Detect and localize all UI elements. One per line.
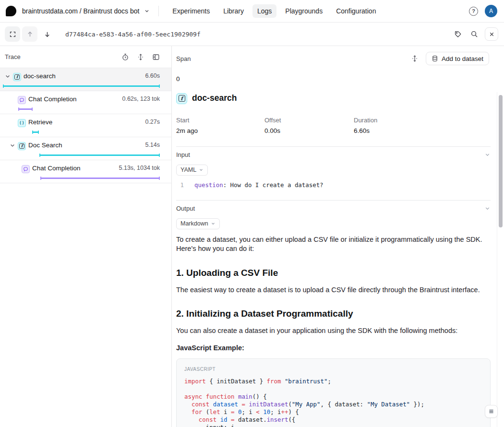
meta-label: Duration	[354, 117, 491, 124]
code-line: async function main() {	[184, 393, 482, 401]
avatar[interactable]: A	[485, 5, 497, 17]
code-line: const id = dataset.insert({	[184, 416, 482, 424]
meta-value: 0.00s	[264, 127, 354, 134]
meta-label: Start	[176, 117, 264, 124]
code-line: for (let i = 0; i < 10; i++) {	[184, 408, 482, 416]
previous-span-button[interactable]	[22, 26, 37, 42]
output-section-header[interactable]: Output	[176, 201, 491, 215]
trace-panel-title: Trace	[5, 53, 21, 60]
markdown-heading: 2. Initializing a Dataset Programmatical…	[176, 308, 491, 320]
chevron-down-icon[interactable]	[144, 8, 150, 14]
markdown-heading: 1. Uploading a CSV File	[176, 267, 491, 279]
drag-handle-icon[interactable]	[411, 55, 419, 62]
timeline-bar	[39, 154, 160, 157]
tab-library[interactable]: Library	[218, 4, 249, 18]
span-label: Chat Completion	[32, 165, 81, 172]
tab-configuration[interactable]: Configuration	[331, 4, 381, 18]
code-line: const dataset = initDataset("My App", { …	[184, 401, 482, 408]
search-icon[interactable]	[468, 26, 480, 42]
span-duration: 0.62s, 123 tok	[122, 95, 171, 102]
expand-button[interactable]	[5, 26, 20, 42]
trace-panel: Trace fdoc-search6	[0, 46, 172, 427]
span-label: Retrieve	[28, 119, 52, 126]
top-nav: braintrustdata.com / Braintrust docs bot…	[0, 0, 504, 23]
trace-row[interactable]: ()Retrieve0.27s	[0, 114, 171, 137]
span-label: Doc Search	[28, 142, 62, 149]
span-duration: 5.14s	[145, 142, 171, 148]
database-icon	[432, 55, 438, 62]
timeline-track	[3, 107, 160, 111]
markdown-paragraph: The easiest way to create a dataset is t…	[176, 285, 491, 295]
span-panel: Span Add to dataset 0	[172, 46, 504, 427]
row-index: 0	[176, 75, 491, 83]
chevron-down-icon	[211, 221, 216, 226]
expand-rows-icon[interactable]	[137, 53, 144, 61]
divider	[158, 6, 159, 16]
meta-value: 6.60s	[354, 127, 491, 134]
span-meta: Start2m agoOffset0.00sDuration6.60s	[176, 117, 491, 134]
output-markdown: To create a dataset, you can either uplo…	[176, 235, 491, 427]
output-format-dropdown[interactable]: Markdown	[176, 218, 220, 229]
timeline-track	[3, 130, 160, 134]
markdown-paragraph: To create a dataset, you can either uplo…	[176, 235, 491, 254]
nav-tabs: ExperimentsLibraryLogsPlaygroundsConfigu…	[168, 4, 381, 18]
meta-field: Start2m ago	[176, 117, 264, 134]
collapse-panel-icon[interactable]	[152, 53, 160, 61]
chat-span-icon	[18, 96, 26, 104]
span-panel-title: Span	[176, 55, 191, 62]
trace-row[interactable]: fDoc Search5.14s	[0, 137, 171, 160]
trace-row[interactable]: fdoc-search6.60s	[0, 68, 171, 91]
meta-field: Offset0.00s	[264, 117, 354, 134]
trace-row[interactable]: Chat Completion0.62s, 123 tok	[0, 91, 171, 114]
span-duration: 5.13s, 1034 tok	[119, 165, 171, 171]
next-span-button[interactable]	[39, 26, 55, 42]
span-label: doc-search	[24, 72, 56, 80]
trace-id: d77484ca-e583-4a56-af00-5eec1902909f	[65, 31, 201, 38]
code-menu-button[interactable]	[485, 405, 498, 418]
hamburger-icon	[488, 408, 494, 415]
function-span-icon: f	[13, 73, 21, 81]
input-format-dropdown[interactable]: YAML	[176, 165, 208, 176]
braintrust-logo	[6, 6, 16, 16]
tag-icon[interactable]	[452, 26, 464, 42]
code-line: import { initDataset } from "braintrust"…	[184, 378, 482, 385]
chevron-down-icon[interactable]	[10, 142, 15, 148]
chevron-down-icon	[484, 152, 491, 158]
scrollbar-track	[497, 92, 497, 427]
code-line	[184, 385, 482, 393]
markdown-paragraph: JavaScript Example:	[176, 344, 491, 353]
trace-tree: fdoc-search6.60sChat Completion0.62s, 12…	[0, 68, 171, 183]
timeline-track	[3, 154, 160, 157]
meta-field: Duration6.60s	[354, 117, 491, 134]
scrollbar-thumb[interactable]	[499, 95, 503, 227]
span-label: Chat Completion	[28, 95, 77, 103]
stopwatch-icon[interactable]	[121, 53, 129, 61]
add-to-dataset-button[interactable]: Add to dataset	[426, 52, 489, 65]
tab-experiments[interactable]: Experiments	[168, 4, 215, 18]
function-span-icon: f	[176, 93, 187, 104]
function-span-icon: f	[18, 142, 26, 150]
span-duration: 6.60s	[145, 72, 171, 79]
help-icon[interactable]: ?	[469, 7, 478, 16]
close-icon[interactable]	[485, 27, 498, 41]
trace-toolbar: d77484ca-e583-4a56-af00-5eec1902909f	[0, 23, 504, 46]
timeline-track	[3, 177, 160, 180]
trace-row[interactable]: Chat Completion5.13s, 1034 tok	[0, 160, 171, 183]
chevron-down-icon[interactable]	[5, 73, 11, 79]
tab-logs[interactable]: Logs	[252, 4, 276, 18]
tab-playgrounds[interactable]: Playgrounds	[280, 4, 327, 18]
timeline-bar	[3, 84, 160, 88]
span-name: doc-search	[192, 93, 237, 103]
timeline-bar	[40, 177, 160, 180]
project-breadcrumb[interactable]: braintrustdata.com / Braintrust docs bot	[22, 7, 139, 15]
code-language-label: JAVASCRIPT	[184, 367, 482, 372]
markdown-paragraph: You can also create a dataset in your ap…	[176, 326, 491, 336]
timeline-track	[3, 84, 160, 88]
chevron-down-icon	[484, 205, 491, 212]
meta-value: 2m ago	[176, 127, 264, 134]
retrieve-span-icon: ()	[18, 119, 26, 127]
timeline-bar	[32, 130, 39, 134]
span-duration: 0.27s	[145, 119, 171, 125]
code-line: input: i,	[184, 424, 482, 427]
input-section-header[interactable]: Input	[176, 147, 491, 162]
